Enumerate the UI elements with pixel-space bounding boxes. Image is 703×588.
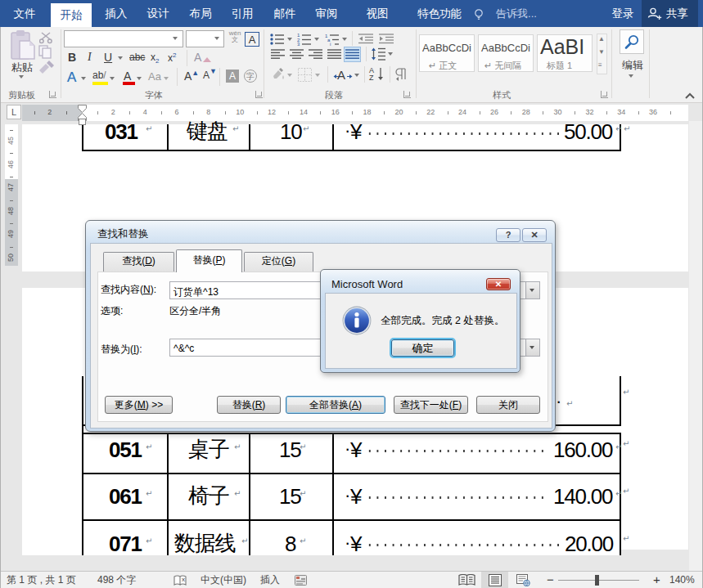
svg-text:x: x [182, 576, 185, 583]
svg-text:3: 3 [297, 42, 300, 46]
svg-text:i: i [330, 42, 331, 46]
svg-text:A: A [337, 68, 345, 81]
